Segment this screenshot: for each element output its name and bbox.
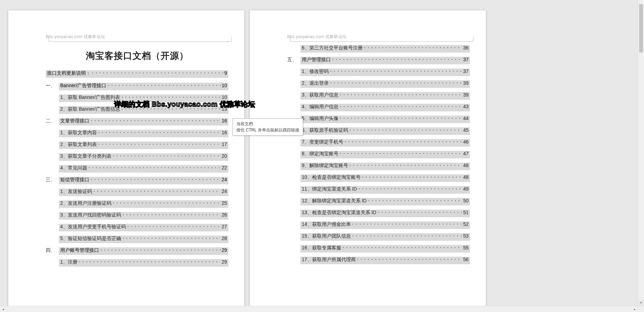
toc-entry[interactable]: 3、获取文章子分类列表·····························… [59,153,228,161]
toc-label: 3、发送用户找回密码验证码 [60,212,121,218]
toc-section-row[interactable]: 五、用户管理接口································… [287,57,470,64]
toc-section-row[interactable]: 三、短信管理接口································… [46,177,228,184]
toc-leader-dots: ········································… [107,83,221,88]
toc-label: 6、第三方社交平台账号注册 [302,45,363,51]
document-page-2: Bbs.youyacao.com 优雅草论坛 6、第三方社交平台账号注册····… [250,10,486,312]
toc-entry[interactable]: 17、获取用户所属代理商····························… [300,257,470,264]
toc-entry[interactable]: 4、发送用户变更手机号验证码··························… [59,224,228,231]
toc-label: 16、获取专属客服 [302,245,341,251]
toc-entry[interactable]: 8、绑定淘宝账号································… [300,151,470,158]
toc-section-row[interactable]: 四、用户账号管理接口······························… [46,247,228,255]
toc-label: 7、变更绑定手机号 [302,139,343,145]
toc-leader-dots: ········································… [112,153,220,159]
toc-entry[interactable]: 6、获取原手机验证码······························… [300,127,470,135]
toc-page-number: 39 [462,92,469,98]
scroll-down-arrow-icon[interactable]: ▾ [638,300,644,306]
toc-leader-dots: ········································… [93,189,220,194]
toc-page-number: 47 [462,151,469,156]
scroll-corner [638,306,644,312]
toc-intro-row[interactable]: 接口文档更新说明： ······························… [46,70,228,78]
toc-leader-dots: ········································… [78,259,220,265]
toc-page-number: 24 [221,177,227,182]
toc-entry[interactable]: 5、验证短信验证码是否正确···························… [59,236,228,243]
toc-label: 1、注册 [60,259,78,265]
toc-label: 4、常见问题 [60,165,87,171]
toc-leader-dots: ········································… [352,221,462,227]
toc-page-number: 27 [221,224,227,229]
toc-entry[interactable]: 10、检查是否绑定淘宝账号···························… [300,174,470,182]
toc-page-number: 39 [462,80,469,86]
toc-leader-dots: ········································… [88,165,220,171]
page-2-content: 6、第三方社交平台账号注册···························… [287,45,470,312]
toc-section-prefix: 四、 [46,247,59,254]
tooltip-line-2: 按住 CTRL 并单击鼠标以跟踪链接 [236,127,299,133]
horizontal-scrollbar[interactable]: ◂ ▸ [0,306,638,312]
toc-entry[interactable]: 1、发送验证码·································… [59,189,228,196]
toc-entry[interactable]: 1、获取 Banner/广告图列表·······················… [59,94,228,102]
toc-entry[interactable]: 12、解除绑定淘宝渠道关系 ID························… [300,198,470,205]
toc-section-row[interactable]: 一、Banner/广告管理接口·························… [46,83,228,90]
toc-entry[interactable]: 13、检查是否绑定淘宝渠道关系 ID······················… [300,210,470,217]
toc-page-number: 44 [462,116,469,121]
toc-leader-dots: ········································… [339,104,462,109]
toc-leader-dots: ········································… [361,174,462,180]
toc-leader-dots: ········································… [90,177,221,182]
toc-label: 4、编辑用户信息 [302,104,338,110]
toc-entry[interactable]: 1、修改密码··································… [300,68,470,76]
header-watermark: Bbs.youyacao.com 优雅草论坛 [46,34,105,40]
toc-section-row[interactable]: 二、文章管理接口································… [46,118,228,126]
toc-section-prefix: 五、 [287,57,300,63]
toc-label: 3、获取用户信息 [302,92,338,98]
toc-label: 14、获取用户佣金比率 [302,221,351,228]
toc-page-number: 56 [462,257,469,262]
toc-entry[interactable]: 11、绑定淘宝渠道关系 ID··························… [300,186,470,194]
toc-entry[interactable]: 9、解除绑定淘宝账号······························… [300,163,470,170]
toc-label: 2、退出登录 [302,80,329,86]
toc-leader-dots: ········································… [90,118,221,123]
toc-entry[interactable]: 2、发送用户注册验证码·····························… [59,200,228,208]
toc-leader-dots: ········································… [329,68,462,74]
vertical-scrollbar[interactable]: ▾ [638,0,644,306]
toc-entry[interactable]: 5、编辑用户头像································… [300,116,470,123]
toc-entry[interactable]: 14、获取用户佣金比率·····························… [300,221,470,229]
toc-entry[interactable]: 3、获取用户信息································… [300,92,470,100]
toc-entry[interactable]: 1、注册····································… [59,259,228,267]
toc-entry[interactable]: 2、获取 Banner/广告图信息·······················… [59,106,228,114]
document-page-1: Bbs.youyacao.com 优雅草论坛 淘宝客接口文档（开源） 接口文档更… [8,10,244,312]
scroll-right-arrow-icon[interactable]: ▸ [632,306,638,312]
page-1-content: 淘宝客接口文档（开源） 接口文档更新说明： ··················… [46,45,228,312]
toc-section-label: 用户账号管理接口 [60,247,99,254]
toc-leader-dots: ········································… [339,92,462,98]
toc-entry[interactable]: 4、常见问题··································… [59,165,228,173]
scrollbar-thumb[interactable] [639,4,643,53]
toc-page-number: 25 [221,200,227,206]
toc-label: 1、获取文章内容 [60,130,97,136]
toc-leader-dots: ········································… [127,224,220,229]
toc-entry[interactable]: 4、编辑用户信息································… [300,104,470,111]
toc-page-number: 49 [462,186,469,192]
toc-section-label: 短信管理接口 [60,177,89,183]
toc-leader-dots: ········································… [342,245,462,250]
toc-entry[interactable]: 1、获取文章内容································… [59,130,228,137]
toc-leader-dots: ········································… [112,200,220,206]
toc-leader-dots: ········································… [377,210,462,215]
toc-entry[interactable]: 7、变更绑定手机号·······························… [300,139,470,147]
toc-entry[interactable]: 3、发送用户找回密码验证码···························… [59,212,228,220]
margin-mark-tr [469,37,473,42]
scroll-left-arrow-icon[interactable]: ◂ [0,306,6,312]
toc-label: 5、验证短信验证码是否正确 [60,236,121,242]
toc-leader-dots: ········································… [363,45,462,51]
toc-label: 2、获取 Banner/广告图信息 [60,106,120,112]
toc-label: 6、获取原手机验证码 [302,127,348,134]
margin-mark-tl [290,37,295,42]
toc-page-number: 48 [462,163,469,168]
toc-entry[interactable]: 2、退出登录··································… [300,80,470,88]
toc-leader-dots: ········································… [332,57,462,62]
toc-entry[interactable]: 16、获取专属客服·······························… [300,245,470,253]
toc-label: 11、绑定淘宝渠道关系 ID [302,186,357,192]
toc-page-number: 36 [462,45,469,51]
toc-entry[interactable]: 15、获取用户团队信息·····························… [300,233,470,241]
toc-entry[interactable]: 6、第三方社交平台账号注册···························… [300,45,470,53]
toc-entry[interactable]: 2、获取文章列表································… [59,141,228,149]
toc-label: 3、获取文章子分类列表 [60,153,111,159]
